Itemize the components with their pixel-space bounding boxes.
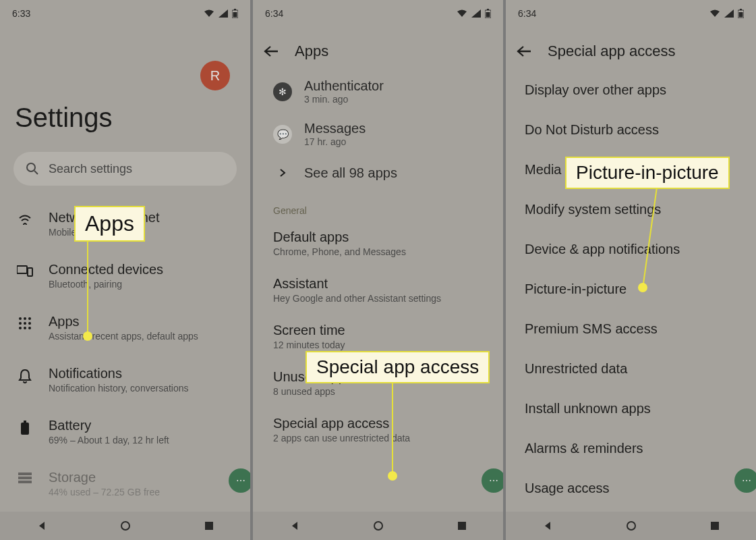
access-usage[interactable]: Usage access xyxy=(522,468,740,508)
item-title: Screen time xyxy=(273,323,483,338)
nav-recent-icon[interactable] xyxy=(457,521,467,531)
back-arrow-icon[interactable] xyxy=(517,45,531,57)
item-title: Special app access xyxy=(273,416,483,431)
battery-icon xyxy=(16,418,34,435)
settings-item-apps[interactable]: Apps Assistant, recent apps, default app… xyxy=(13,302,237,354)
see-all-label: See all 98 apps xyxy=(304,165,397,181)
status-icons xyxy=(457,9,491,18)
app-bar: Special app access xyxy=(506,32,756,70)
signal-icon xyxy=(471,9,481,18)
settings-item-battery[interactable]: Battery 69% – About 1 day, 12 hr left xyxy=(13,406,237,458)
access-modify-system[interactable]: Modify system settings xyxy=(522,190,740,230)
nav-home-icon[interactable] xyxy=(626,520,637,531)
appbar-title: Special app access xyxy=(548,43,676,60)
general-default-apps[interactable]: Default apps Chrome, Phone, and Messages xyxy=(268,220,488,267)
apps-grid-icon xyxy=(16,314,34,330)
access-dnd[interactable]: Do Not Disturb access xyxy=(522,110,740,150)
nav-recent-icon[interactable] xyxy=(710,521,720,531)
item-sub: Bluetooth, pairing xyxy=(49,279,234,290)
item-sub: 2 apps can use unrestricted data xyxy=(273,433,483,443)
nav-back-icon[interactable] xyxy=(289,520,300,531)
fab-button[interactable]: ⋯ xyxy=(734,468,756,493)
access-display-over-apps[interactable]: Display over other apps xyxy=(522,70,740,110)
app-bar: Apps xyxy=(253,32,503,70)
settings-item-notifications[interactable]: Notifications Notification history, conv… xyxy=(13,354,237,406)
wifi-icon xyxy=(16,210,34,225)
item-title: Assistant xyxy=(273,276,483,292)
svg-point-15 xyxy=(28,327,31,329)
svg-rect-1 xyxy=(234,9,236,10)
signal-icon xyxy=(219,9,228,18)
profile-avatar[interactable]: R xyxy=(200,61,230,90)
svg-rect-2 xyxy=(233,12,237,18)
item-title: Apps xyxy=(49,314,234,329)
nav-back-icon[interactable] xyxy=(542,520,553,531)
svg-rect-32 xyxy=(711,522,719,530)
storage-icon xyxy=(16,470,34,483)
access-premium-sms[interactable]: Premium SMS access xyxy=(522,309,740,349)
access-picture-in-picture[interactable]: Picture-in-picture xyxy=(522,269,740,309)
settings-item-connected-devices[interactable]: Connected devices Bluetooth, pairing xyxy=(13,250,237,302)
access-install-unknown[interactable]: Install unknown apps xyxy=(522,389,740,429)
fab-button[interactable]: ⋯ xyxy=(482,468,506,493)
wifi-icon xyxy=(457,9,467,18)
nav-recent-icon[interactable] xyxy=(204,521,214,531)
nav-home-icon[interactable] xyxy=(120,520,131,531)
item-sub: Hey Google and other Assistant settings xyxy=(273,293,483,304)
devices-icon xyxy=(16,262,34,277)
svg-point-12 xyxy=(28,322,31,325)
item-title: Notifications xyxy=(49,366,234,381)
wifi-icon xyxy=(204,9,214,18)
recent-app-messages[interactable]: 💬 Messages 17 hr. ago xyxy=(268,113,488,155)
battery-icon xyxy=(485,9,491,18)
status-time: 6:34 xyxy=(265,8,283,19)
nav-home-icon[interactable] xyxy=(373,520,384,531)
panel-special-access: 6:34 Special app access Display over oth… xyxy=(506,0,756,540)
svg-rect-5 xyxy=(17,266,27,273)
nav-bar xyxy=(506,512,756,540)
fab-button[interactable]: ⋯ xyxy=(229,468,253,493)
page-title: Settings xyxy=(15,103,237,133)
item-sub: Assistant, recent apps, default apps xyxy=(49,331,234,342)
chevron-right-icon xyxy=(273,163,292,182)
svg-point-14 xyxy=(24,327,26,329)
svg-rect-30 xyxy=(739,12,743,18)
search-input[interactable]: Search settings xyxy=(13,152,237,186)
callout-special-app-access: Special app access xyxy=(306,351,490,383)
svg-point-7 xyxy=(19,317,22,320)
section-general: General xyxy=(268,190,488,220)
svg-point-13 xyxy=(19,327,22,329)
svg-point-3 xyxy=(27,163,35,171)
see-all-apps[interactable]: See all 98 apps xyxy=(268,155,488,190)
general-special-app-access[interactable]: Special app access 2 apps can use unrest… xyxy=(268,406,488,453)
svg-rect-6 xyxy=(28,268,32,276)
svg-rect-25 xyxy=(486,12,490,18)
access-unrestricted-data[interactable]: Unrestricted data xyxy=(522,349,740,389)
access-alarms-reminders[interactable]: Alarms & reminders xyxy=(522,429,740,468)
wifi-icon xyxy=(709,9,720,18)
svg-point-8 xyxy=(24,317,26,320)
svg-rect-20 xyxy=(18,481,32,483)
svg-rect-17 xyxy=(24,421,26,423)
svg-point-21 xyxy=(121,522,129,530)
search-placeholder: Search settings xyxy=(49,162,132,176)
svg-point-11 xyxy=(24,322,26,325)
nav-bar xyxy=(0,512,250,540)
svg-rect-19 xyxy=(18,477,32,479)
back-arrow-icon[interactable] xyxy=(264,45,279,57)
authenticator-icon: ✻ xyxy=(273,82,292,101)
item-sub: 8 unused apps xyxy=(273,386,483,397)
settings-item-storage[interactable]: Storage 44% used – 72.25 GB free xyxy=(13,458,237,510)
general-assistant[interactable]: Assistant Hey Google and other Assistant… xyxy=(268,267,488,313)
app-title: Messages xyxy=(304,121,366,136)
item-sub: 44% used – 72.25 GB free xyxy=(49,487,234,497)
item-title: Battery xyxy=(49,418,234,433)
svg-point-10 xyxy=(19,322,22,325)
signal-icon xyxy=(724,9,734,18)
recent-app-authenticator[interactable]: ✻ Authenticator 3 min. ago xyxy=(268,70,488,113)
svg-point-9 xyxy=(28,317,31,320)
nav-back-icon[interactable] xyxy=(36,520,47,531)
access-device-notifications[interactable]: Device & app notifications xyxy=(522,230,740,269)
panel-settings: 6:33 R Settings Search settings xyxy=(0,0,253,540)
callout-dot xyxy=(638,283,647,292)
